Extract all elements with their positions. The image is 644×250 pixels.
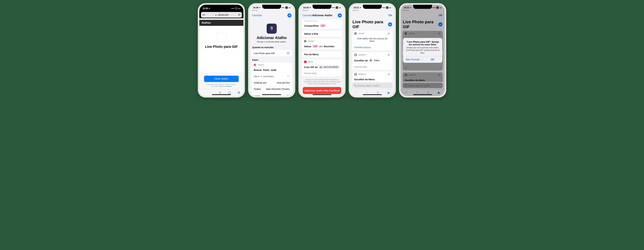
home-indicator[interactable] <box>262 94 281 95</box>
share-icon[interactable]: ⇪ <box>218 91 221 95</box>
cancel-button[interactable]: Cancelar <box>302 14 312 17</box>
shortcut-name-value: Live Photo para GIF <box>254 52 275 55</box>
breadcrumb-safari[interactable]: ◀ Safari <box>252 10 258 11</box>
order-row[interactable]: OrdemMais Recentes Primeiro <box>252 86 292 92</box>
phone-1: 10:20➤ ▪▪▪▪ ⬛ ▭ AA 🔒icloud.com ⟳ Atalhos… <box>198 3 245 98</box>
permission-alert: “Live Photo para GIF” deseja ter acesso … <box>400 5 445 96</box>
phone-5: 10:21➤ ▪▪▪▪ ⬛ ▭ ◀ Busca OK Live Photo pa… <box>399 3 446 98</box>
close-icon[interactable]: ✕ <box>388 54 390 56</box>
breadcrumb-busca[interactable]: ◀ Busca <box>352 10 359 11</box>
text-size-icon[interactable]: AA <box>202 14 205 16</box>
phone-2: 10:20➤ ▪▪▪▪ ⬛ ▭ ◀ Safari Cancelar ••• Ad… <box>248 3 295 98</box>
forward-icon: › <box>211 91 212 94</box>
gear-icon: ⚙ <box>354 73 357 76</box>
action-card-media: MÍDIA Criar GIF de ▤ Item Escolhido Most… <box>302 59 342 76</box>
create-gif-row: Criar GIF de ▤ Item Escolhido <box>302 64 342 70</box>
breadcrumb-safari[interactable]: ◀ Safari <box>302 10 308 11</box>
alert-message: Sempre que você executar este atalho, “L… <box>403 46 442 56</box>
when-label: Quando eu executar: <box>250 46 294 50</box>
ok-button[interactable]: OK <box>383 14 392 17</box>
trust-disclaimer: A Apple não revisa atalhos de fora da Ga… <box>300 78 344 85</box>
remove-filter-icon[interactable]: – <box>287 75 290 78</box>
action-card-choose-from: ⚙SCRIPTS✕ Escolher de Fotos Mostrar Mais… <box>352 52 392 70</box>
location-icon: ➤ <box>360 7 361 9</box>
safari-url-bar[interactable]: AA 🔒icloud.com ⟳ <box>201 12 242 18</box>
terms-link[interactable]: Termos e condições <box>219 86 232 87</box>
status-icons: ▪▪▪▪ ⬛ ▭ <box>382 6 391 9</box>
status-icons: ▪▪▪▪ ⬛ ▭ <box>332 6 341 9</box>
play-icon[interactable]: ▶ <box>388 91 390 94</box>
photos-variable[interactable]: Fotos <box>369 59 380 62</box>
back-icon[interactable]: ‹ <box>203 91 204 94</box>
notch <box>312 5 332 9</box>
alert-ok-button[interactable]: OK <box>422 57 442 63</box>
alert-title: “Live Photo para GIF” deseja ter acesso … <box>403 38 442 46</box>
gif-variable[interactable]: GIF <box>320 24 326 27</box>
cancel-button[interactable]: Cancelar <box>252 14 262 17</box>
more-icon[interactable]: ••• <box>388 22 392 27</box>
gif-variable[interactable]: GIF <box>312 45 318 48</box>
gear-icon: ⚙ <box>354 54 357 56</box>
allow-access-button[interactable]: Permitir Acesso <box>352 44 392 50</box>
phone-3: 10:20➤ ▪▪▪▪ ⬛ ▭ ◀ Safari Cancelar Adicio… <box>298 3 346 98</box>
more-icon[interactable]: ••• <box>288 13 292 18</box>
share-icon[interactable]: ⇪ <box>377 91 379 94</box>
more-icon[interactable]: ••• <box>338 13 342 18</box>
search-input[interactable]: 🔍Buscar apps e ações <box>352 83 392 88</box>
close-icon[interactable]: ✕ <box>388 73 390 76</box>
share-action-row: Compartilhar GIF <box>302 23 342 29</box>
status-time: 10:20 <box>303 6 309 9</box>
sheet-title: Adicionar Atalho <box>250 36 294 40</box>
shortcuts-app-icon <box>267 24 277 34</box>
status-icons: ▪▪▪▪ ⬛ ▭ <box>231 7 240 10</box>
notch <box>363 5 382 9</box>
bookmarks-icon[interactable]: ▢ <box>228 91 231 95</box>
show-more-row[interactable]: Mostrar Mais› <box>352 64 392 70</box>
home-indicator[interactable] <box>312 94 332 95</box>
get-shortcut-button[interactable]: Obter atalho <box>204 76 239 82</box>
nav-title: Adicionar Atalho <box>312 14 332 17</box>
legal-footer: Copyright © 2021 Apple Inc. Todos os dir… <box>204 84 239 88</box>
location-icon: ➤ <box>310 7 311 9</box>
filter-row[interactable]: Álbum é Live Photos – <box>252 73 292 79</box>
show-more-row[interactable]: Mostrar Mais› <box>302 70 342 76</box>
url-domain: icloud.com <box>218 14 228 16</box>
end-menu-card: Fim do Menu <box>302 51 342 57</box>
action-card-fotos: FOTOS Buscar Fotos onde Álbum é Live Pho… <box>252 63 292 96</box>
sheet-subtitle: Reveja o conteúdo deste atalho. <box>250 41 294 43</box>
undo-icon[interactable]: ↶ <box>355 91 357 94</box>
alert-deny-button[interactable]: Não Permitir <box>403 57 422 63</box>
add-untrusted-button[interactable]: Adicionar Atalho Não Confiável <box>303 87 341 94</box>
redo-icon[interactable]: ↷ <box>366 91 368 94</box>
choose-from-row: Escolher de Fotos <box>352 57 392 64</box>
chosen-item-variable[interactable]: ▤ Item Escolhido <box>319 66 339 69</box>
chevron-right-icon: › <box>390 66 390 68</box>
sort-by-row[interactable]: Ordenar porHora da Foto <box>252 79 292 86</box>
home-indicator[interactable] <box>363 94 382 95</box>
status-icons: ▪▪▪▪ ⬛ ▭ <box>282 6 290 9</box>
home-indicator[interactable] <box>212 94 231 95</box>
media-icon <box>304 61 306 63</box>
menu-item-card: Salvar a foto <box>302 31 342 37</box>
no-access-text: Este atalho não tem acesso às fotos. <box>354 37 390 42</box>
notch <box>212 5 231 9</box>
action-card-share: COMPARTILHAR Compartilhar GIF <box>302 20 342 29</box>
photos-icon <box>354 32 357 35</box>
shortcut-preview-icon <box>217 32 226 42</box>
close-icon[interactable]: ✕ <box>388 32 390 35</box>
action-row: Buscar Fotos onde <box>252 67 292 73</box>
menu-icon: ▤ <box>320 66 322 68</box>
phone-4: 10:21➤ ▪▪▪▪ ⬛ ▭ ◀ Busca OK Live Photo pa… <box>349 3 396 98</box>
shortcut-name-input[interactable]: Live Photo para GIF ✕ <box>252 50 292 57</box>
reload-icon[interactable]: ⟳ <box>238 13 240 16</box>
dont-add-button[interactable]: Não Adicionar <box>300 96 344 96</box>
lock-icon: 🔒 <box>215 14 217 16</box>
tabs-icon[interactable]: ⧉ <box>238 91 240 94</box>
limit-row[interactable]: Limite <box>252 92 292 96</box>
limit-toggle[interactable] <box>283 94 290 96</box>
shortcut-title: Live Photo para GIF <box>352 20 387 29</box>
photos-icon <box>304 40 306 43</box>
shortcut-title: Live Photo para GIF <box>205 45 238 49</box>
status-time: 10:20 <box>253 6 258 9</box>
clear-icon[interactable]: ✕ <box>287 52 290 55</box>
